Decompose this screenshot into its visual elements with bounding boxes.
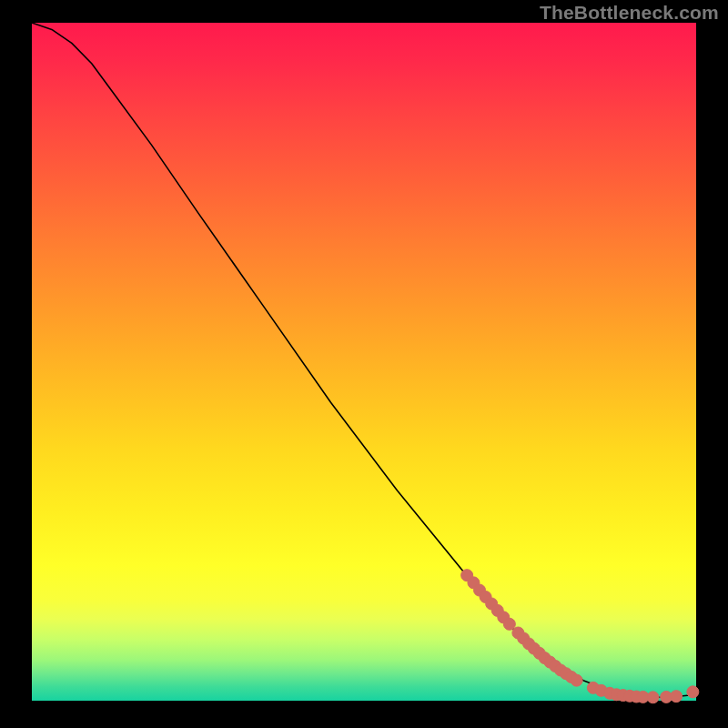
- data-point: [647, 692, 659, 703]
- chart-overlay: [32, 23, 696, 701]
- watermark-text: TheBottleneck.com: [540, 2, 719, 24]
- data-point: [503, 618, 515, 630]
- data-point: [671, 691, 682, 703]
- data-points: [461, 570, 699, 703]
- data-point: [571, 674, 582, 686]
- bottleneck-curve: [32, 23, 696, 697]
- data-point: [687, 686, 699, 698]
- chart-frame: TheBottleneck.com: [0, 0, 728, 728]
